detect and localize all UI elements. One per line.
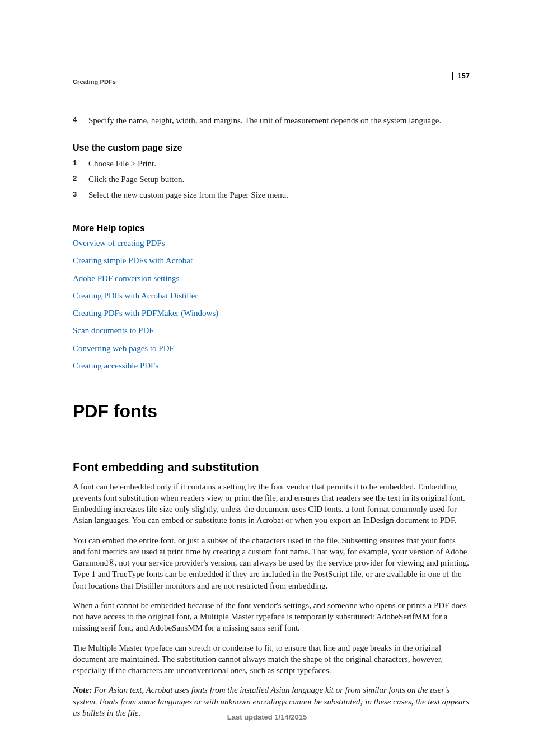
subsection-title: Font embedding and substitution xyxy=(73,459,470,475)
body-paragraph: You can embed the entire font, or just a… xyxy=(73,535,470,591)
list-item: 1 Choose File > Print. xyxy=(73,158,470,169)
help-link[interactable]: Converting web pages to PDF xyxy=(73,343,470,354)
list-item: 4 Specify the name, height, width, and m… xyxy=(73,115,470,126)
help-link[interactable]: Creating simple PDFs with Acrobat xyxy=(73,255,470,266)
content: 4 Specify the name, height, width, and m… xyxy=(73,115,470,718)
body-paragraph: When a font cannot be embedded because o… xyxy=(73,600,470,634)
help-link[interactable]: Creating PDFs with Acrobat Distiller xyxy=(73,290,470,301)
heading-custom-page-size: Use the custom page size xyxy=(73,142,470,154)
step-number: 3 xyxy=(73,189,77,199)
footer-updated: Last updated 1/14/2015 xyxy=(0,713,534,721)
page: 157 Creating PDFs 4 Specify the name, he… xyxy=(0,0,534,756)
page-number: 157 xyxy=(452,72,470,80)
help-link[interactable]: Creating accessible PDFs xyxy=(73,360,470,371)
help-link[interactable]: Adobe PDF conversion settings xyxy=(73,273,470,284)
body-paragraph: The Multiple Master typeface can stretch… xyxy=(73,642,470,676)
help-links: Overview of creating PDFs Creating simpl… xyxy=(73,237,470,371)
heading-more-help: More Help topics xyxy=(73,222,470,235)
intro-steps: 4 Specify the name, height, width, and m… xyxy=(73,115,470,126)
help-link[interactable]: Scan documents to PDF xyxy=(73,325,470,336)
body-paragraph: A font can be embedded only if it contai… xyxy=(73,481,470,526)
step-text: Select the new custom page size from the… xyxy=(88,190,288,199)
step-text: Click the Page Setup button. xyxy=(88,175,184,184)
step-text: Choose File > Print. xyxy=(88,159,156,168)
step-number: 4 xyxy=(73,115,77,125)
help-link[interactable]: Overview of creating PDFs xyxy=(73,237,470,249)
list-item: 2 Click the Page Setup button. xyxy=(73,174,470,185)
running-head: Creating PDFs xyxy=(73,78,470,85)
step-number: 1 xyxy=(73,158,77,168)
section-title: PDF fonts xyxy=(73,399,470,423)
custom-size-steps: 1 Choose File > Print. 2 Click the Page … xyxy=(73,158,470,201)
step-number: 2 xyxy=(73,174,77,184)
note-label: Note: xyxy=(73,685,92,694)
step-text: Specify the name, height, width, and mar… xyxy=(88,116,441,125)
list-item: 3 Select the new custom page size from t… xyxy=(73,189,470,200)
help-link[interactable]: Creating PDFs with PDFMaker (Windows) xyxy=(73,307,470,319)
